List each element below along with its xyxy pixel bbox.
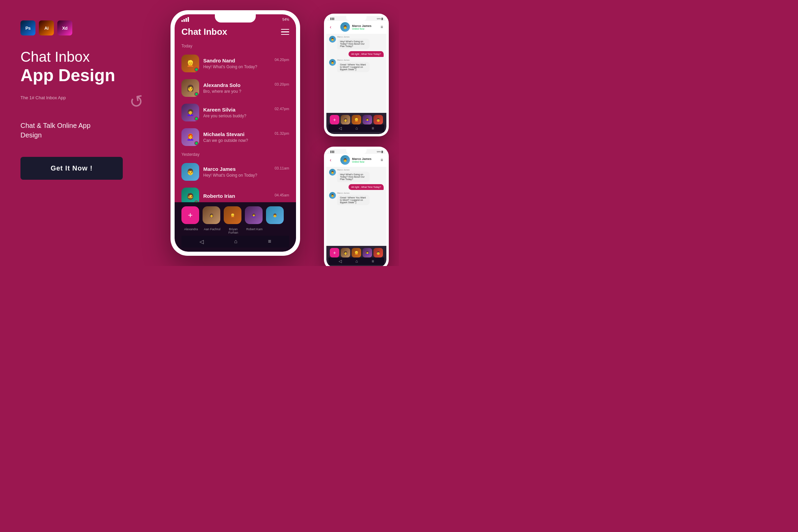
- chat-item-kareen[interactable]: 👩‍🦱 Kareen Silvia 02.47pm Are you seriou…: [175, 100, 296, 125]
- avatar-kareen: 👩‍🦱: [181, 104, 199, 121]
- nav-back-icon[interactable]: ◁: [200, 238, 204, 245]
- avatar-sandro: 👱: [181, 55, 199, 72]
- today-label: Today: [175, 42, 296, 51]
- small-notch-1: [346, 16, 367, 21]
- description: Chat & Talk Online App Design: [20, 121, 157, 140]
- main-phone: ✉ 54% Chat Inbox Today 👱: [171, 10, 300, 256]
- small-user-status-1: Online Now: [352, 28, 371, 30]
- chat-list-yesterday: 👨 Marco James 03.11am Hey! What's Going …: [175, 160, 296, 209]
- small-nav-menu-2[interactable]: ≡: [372, 259, 374, 264]
- nav-menu-icon[interactable]: ≡: [268, 238, 271, 245]
- cta-button[interactable]: Get It Now !: [20, 157, 123, 180]
- small-phone-2-screen: ▐▐▐ 54% ▓ ‹ 👨 Marco James Online Now ≡: [326, 149, 386, 266]
- online-dot-sandro: [194, 68, 198, 72]
- chat-preview-alexandra: Bro, where are you ?: [203, 89, 289, 94]
- chat-content-michaela: Michaela Stevani 01.32pm Can we go outsi…: [203, 131, 289, 143]
- small-msg-row-1: 👨 Marco James Hey! What's Going on Today…: [329, 36, 384, 49]
- chat-item-alexandra[interactable]: 👩 Alexandra Solo 03.20pm Bro, where are …: [175, 76, 296, 100]
- small-back-btn-1[interactable]: ‹: [330, 24, 331, 30]
- small-nav-menu-1[interactable]: ≡: [372, 126, 374, 131]
- main-phone-nav: ◁ ⌂ ≡: [181, 236, 289, 248]
- story-label-2: Aan Fachrul: [203, 227, 221, 234]
- signal-bar-4: [188, 17, 189, 22]
- small-add-btn-2[interactable]: +: [330, 248, 339, 257]
- phone-notch: [215, 14, 256, 23]
- chat-preview-marco: Hey! What's Going on Today?: [203, 173, 289, 178]
- small-back-btn-2[interactable]: ‹: [330, 157, 331, 163]
- small-signal-1: ▐▐▐: [330, 18, 334, 20]
- chat-item-sandro[interactable]: 👱 Sandro Nand 04.20pm Hey! What's Going …: [175, 51, 296, 76]
- online-dot-kareen: [194, 117, 198, 121]
- online-dot-alexandra: [194, 92, 198, 96]
- msg-bubble-2-1: Hey! What's Going on Today? How About Ou…: [337, 172, 370, 182]
- small-avatar-1: 👨: [340, 22, 350, 32]
- chat-list-today: 👱 Sandro Nand 04.20pm Hey! What's Going …: [175, 51, 296, 149]
- msg-avatar-1: 👨: [329, 36, 336, 43]
- msg-sender-1: Marco James: [337, 36, 384, 38]
- msg-bubble-1: Hey! What's Going on Today? How About Ou…: [337, 39, 370, 49]
- small-msg-right-2: All right , What Time Today?: [329, 184, 384, 190]
- small-story-av-3[interactable]: 👩‍🦱: [363, 115, 372, 124]
- small-nav-back-2[interactable]: ◁: [339, 259, 342, 264]
- small-msg-row-2-1: 👨 Marco James Hey! What's Going on Today…: [329, 169, 384, 182]
- small-phone-1: ▐▐▐ 54% ▓ ‹ 👨 Marco James Online Now ≡: [324, 14, 389, 136]
- phone-bottom-bar: + 👩 👱 👩‍🦱 👨 Alexandra: [175, 202, 296, 252]
- signal-bar-3: [186, 18, 187, 22]
- chat-preview-michaela: Can we go outside now?: [203, 138, 289, 143]
- small-nav-home-1[interactable]: ⌂: [355, 126, 358, 131]
- hamburger-line-3: [281, 34, 289, 35]
- small-battery-2: 54% ▓: [377, 151, 383, 153]
- story-av-1[interactable]: 👩: [203, 206, 220, 224]
- msg-sender-3: Marco James: [337, 59, 384, 61]
- small-add-btn-1[interactable]: +: [330, 115, 339, 124]
- small-msg-right-1: All right , What Time Today?: [329, 51, 384, 57]
- story-av-3[interactable]: 👩‍🦱: [245, 206, 263, 224]
- badge-xd: Xd: [57, 20, 72, 35]
- small-msg-row-2-3: 👨 Marco James Great ! Where You Want to …: [329, 192, 384, 205]
- small-nav-back-1[interactable]: ◁: [339, 126, 342, 131]
- chat-item-michaela[interactable]: 👩‍🦰 Michaela Stevani 01.32pm Can we go o…: [175, 125, 296, 149]
- small-story-av-2[interactable]: 👱: [352, 115, 361, 124]
- chat-name-marco: Marco James: [203, 166, 236, 172]
- story-av-4[interactable]: 👨: [266, 206, 284, 224]
- hamburger-menu[interactable]: [281, 29, 289, 35]
- small-story-av-2-3[interactable]: 👩‍🦱: [363, 248, 372, 257]
- chat-time-alexandra: 03.20pm: [275, 82, 289, 88]
- small-story-row-1: + 👩 👱 👩‍🦱 👨: [328, 115, 384, 124]
- hamburger-line-1: [281, 29, 289, 30]
- story-av-2[interactable]: 👱: [224, 206, 241, 224]
- small-story-av-2-2[interactable]: 👱: [352, 248, 361, 257]
- add-story-button[interactable]: +: [181, 206, 199, 224]
- chat-name-kareen: Kareen Silvia: [203, 107, 235, 113]
- small-phone-bottom-2: + 👩 👱 👩‍🦱 👨 ◁ ⌂: [326, 246, 386, 266]
- small-menu-btn-2[interactable]: ≡: [381, 158, 383, 162]
- story-row: + 👩 👱 👩‍🦱 👨: [181, 206, 289, 224]
- chat-header: Chat Inbox: [175, 23, 296, 42]
- small-menu-btn-1[interactable]: ≡: [381, 25, 383, 29]
- nav-home-icon[interactable]: ⌂: [234, 238, 237, 245]
- small-user-name-2: Marco James: [352, 157, 371, 161]
- chat-item-marco[interactable]: 👨 Marco James 03.11am Hey! What's Going …: [175, 160, 296, 184]
- chat-header-title: Chat Inbox: [181, 27, 227, 37]
- signal-bars: [181, 17, 189, 22]
- badge-ps: Ps: [20, 20, 35, 35]
- badge-ai: Ai: [39, 20, 54, 35]
- small-story-av-4[interactable]: 👨: [373, 115, 383, 124]
- small-story-av-2-4[interactable]: 👨: [373, 248, 383, 257]
- small-story-av-1[interactable]: 👩: [341, 115, 350, 124]
- small-messages-1: 👨 Marco James Hey! What's Going on Today…: [326, 34, 386, 74]
- small-chat-header-2: ‹ 👨 Marco James Online Now ≡: [326, 154, 386, 167]
- small-avatar-2: 👨: [340, 155, 350, 165]
- chat-content-sandro: Sandro Nand 04.20pm Hey! What's Going on…: [203, 58, 289, 69]
- small-phone-bottom-1: + 👩 👱 👩‍🦱 👨 ◁ ⌂: [326, 113, 386, 134]
- chat-name-roberto: Roberto Irian: [203, 193, 235, 199]
- small-story-av-2-1[interactable]: 👩: [341, 248, 350, 257]
- small-user-status-2: Online Now: [352, 161, 371, 163]
- small-nav-home-2[interactable]: ⌂: [355, 259, 358, 264]
- story-label-1: Alexandra: [182, 227, 200, 234]
- signal-bar-2: [183, 19, 185, 22]
- small-phone-2-shell: ▐▐▐ 54% ▓ ‹ 👨 Marco James Online Now ≡: [324, 147, 389, 266]
- chat-preview-sandro: Hey! What's Going on Today?: [203, 64, 289, 69]
- avatar-michaela: 👩‍🦰: [181, 128, 199, 146]
- msg-bubble-me-2: All right , What Time Today?: [349, 184, 384, 190]
